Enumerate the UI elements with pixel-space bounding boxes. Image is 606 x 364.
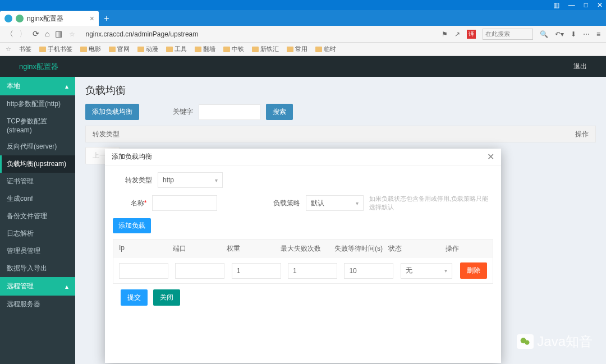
browser-tab[interactable]: nginx配置器 × [0, 11, 99, 26]
strategy-hint: 如果负载状态包含备用或停用,负载策略只能选择默认 [369, 195, 493, 211]
reload-icon[interactable]: ⟳ [33, 29, 39, 39]
bookmark-folder[interactable]: 官网 [109, 45, 130, 53]
bookmark-item[interactable]: 书签 [19, 45, 31, 53]
flag-icon[interactable]: ⚑ [442, 30, 448, 38]
folder-icon [137, 47, 144, 52]
window-settings-icon[interactable]: ▥ [553, 1, 559, 9]
app-icon [4, 15, 12, 22]
home-icon[interactable]: ⌂ [45, 29, 49, 39]
bookmark-folder[interactable]: 常用 [287, 45, 307, 53]
translate-icon[interactable]: 译 [467, 30, 476, 39]
bookmark-folder[interactable]: 中铁 [223, 45, 244, 53]
window-close-icon[interactable]: ✕ [597, 1, 603, 9]
bookmarks-bar: ☆ 书签 手机书签 电影 官网 动漫 工具 翻墙 中铁 新铁汇 常用 临时 [0, 43, 606, 56]
svg-point-1 [525, 340, 529, 345]
download-icon[interactable]: ⬇ [571, 30, 576, 38]
back-icon[interactable]: 〈 [6, 29, 13, 39]
window-minimize-icon[interactable]: — [568, 1, 575, 9]
favicon-icon [16, 15, 24, 22]
th-weight: 权重 [227, 244, 281, 254]
type-label: 转发类型 [113, 176, 152, 185]
page-content: nginx配置器 退出 本地▴ http参数配置(http) TCP参数配置(s… [0, 56, 606, 364]
type-select[interactable]: http▾ [158, 172, 223, 188]
chevron-down-icon: ▾ [215, 177, 218, 183]
folder-icon [109, 47, 116, 52]
folder-icon [39, 47, 46, 52]
bookmark-folder[interactable]: 新铁汇 [252, 45, 279, 53]
th-status: 状态 [388, 244, 446, 254]
menu-icon[interactable]: ⋯ [583, 30, 590, 38]
th-failtime: 失败等待时间(s) [334, 244, 388, 254]
history-icon[interactable]: ↶▾ [555, 30, 564, 38]
tab-title: nginx配置器 [27, 14, 63, 24]
forward-icon[interactable]: 〉 [19, 29, 27, 39]
folder-icon [195, 47, 201, 52]
ip-input[interactable] [119, 263, 168, 279]
port-input[interactable] [175, 263, 224, 279]
th-port: 端口 [173, 244, 227, 254]
folder-icon [223, 47, 230, 52]
maxfail-input[interactable] [288, 263, 337, 279]
th-op: 操作 [446, 244, 474, 254]
add-load-button[interactable]: 添加负载 [113, 218, 151, 233]
folder-icon [287, 47, 293, 52]
folder-icon [80, 47, 87, 52]
chevron-down-icon: ▾ [444, 268, 447, 274]
watermark: Java知音 [517, 333, 593, 351]
new-tab-button[interactable]: + [99, 11, 114, 26]
folder-icon [315, 47, 322, 52]
weight-input[interactable] [232, 263, 281, 279]
star-icon[interactable]: ☆ [69, 30, 75, 38]
strategy-select[interactable]: 默认▾ [306, 195, 364, 211]
panel-icon[interactable]: ▥ [55, 29, 62, 39]
delete-row-button[interactable]: 删除 [460, 262, 487, 279]
star-icon: ☆ [6, 45, 11, 53]
bookmark-folder[interactable]: 翻墙 [195, 45, 215, 53]
table-row: 无▾ 删除 [113, 258, 493, 283]
modal-close-icon[interactable]: ✕ [487, 151, 494, 162]
folder-icon [166, 47, 173, 52]
bookmark-folder[interactable]: 电影 [80, 45, 101, 53]
address-bar[interactable]: nginx.craccd.cn/adminPage/upstream [85, 30, 198, 38]
browser-toolbar: 〈 〉 ⟳ ⌂ ▥ ☆ nginx.craccd.cn/adminPage/up… [0, 26, 606, 43]
bookmark-folder[interactable]: 手机书签 [39, 45, 72, 53]
search-icon[interactable]: 🔍 [540, 30, 548, 38]
th-ip: Ip [119, 244, 173, 254]
chevron-down-icon: ▾ [356, 200, 359, 206]
browser-search-input[interactable]: 在此搜索 [483, 29, 533, 40]
bookmark-folder[interactable]: 临时 [315, 45, 336, 53]
name-label: 名称* [113, 199, 146, 208]
close-button[interactable]: 关闭 [153, 289, 180, 306]
strategy-label: 负载策略 [256, 199, 300, 208]
bookmark-folder[interactable]: 工具 [166, 45, 187, 53]
window-maximize-icon[interactable]: □ [584, 1, 588, 9]
modal-title: 添加负载均衡 [112, 152, 152, 162]
tab-close-icon[interactable]: × [90, 14, 94, 23]
load-table: Ip 端口 权重 最大失败次数 失败等待时间(s) 状态 操作 无▾ 删除 [113, 239, 493, 284]
status-select[interactable]: 无▾ [401, 263, 452, 279]
bookmark-folder[interactable]: 动漫 [137, 45, 158, 53]
failtime-input[interactable] [344, 263, 393, 279]
submit-button[interactable]: 提交 [121, 289, 148, 306]
th-maxfail: 最大失败次数 [281, 244, 334, 254]
folder-icon [252, 47, 259, 52]
add-upstream-modal: 添加负载均衡 ✕ 转发类型 http▾ 名称* 负载策略 默认▾ 如果负载状态包… [105, 149, 501, 363]
name-input[interactable] [152, 195, 217, 211]
browser-tabstrip: nginx配置器 × + [0, 10, 606, 26]
window-titlebar: ▥ — □ ✕ [0, 0, 606, 10]
share-icon[interactable]: ↗ [454, 30, 460, 38]
wechat-icon [517, 334, 534, 349]
hamburger-icon[interactable]: ≡ [596, 30, 600, 38]
